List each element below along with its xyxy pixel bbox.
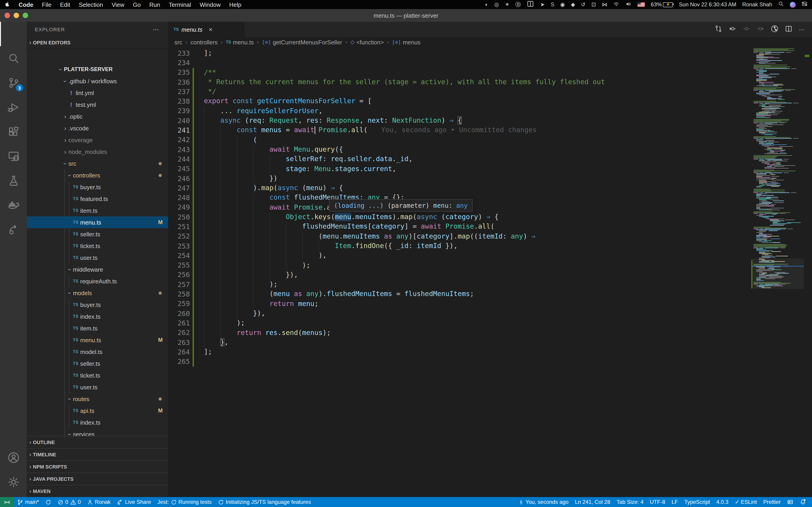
tree-item-index.ts[interactable]: TSindex.ts: [27, 416, 168, 428]
tree-item-ticket.ts[interactable]: TSticket.ts: [27, 240, 168, 252]
tree-item-coverage[interactable]: ›coverage: [27, 134, 168, 146]
code-line-248[interactable]: 248 const flushedMenuItems: any = {};: [168, 193, 812, 203]
s-app-status-icon[interactable]: Ѕ: [551, 1, 554, 8]
code-line-259[interactable]: 259 return menu;: [168, 299, 812, 309]
volume-status-icon[interactable]: [625, 1, 632, 8]
editor-action-prev-change[interactable]: [729, 25, 736, 34]
status-tab-size[interactable]: Tab Size: 4: [614, 499, 647, 505]
tree-item-menu.ts[interactable]: TSmenu.tsM: [27, 334, 168, 346]
tree-item-seller.ts[interactable]: TSseller.ts: [27, 357, 168, 370]
input-source-flag-icon[interactable]: [638, 2, 645, 7]
editor-content[interactable]: 233];234235/**236 * Returns the current …: [168, 47, 812, 497]
breadcrumb-menus[interactable]: [⊘]menus: [392, 39, 420, 46]
tree-item-middleware[interactable]: ›middleware: [27, 264, 168, 275]
window-controls[interactable]: [0, 13, 28, 18]
window-title-bar[interactable]: menu.ts — platter-server: [0, 9, 812, 22]
activity-bar-live-share[interactable]: [0, 217, 27, 242]
tree-item-models[interactable]: ›models: [27, 287, 168, 299]
tree-item-lint.yml[interactable]: !lint.yml: [27, 87, 168, 99]
status-sync[interactable]: [42, 497, 54, 507]
tree-item-ticket.ts[interactable]: TSticket.ts: [27, 370, 168, 381]
editor-action-next-change[interactable]: [757, 25, 764, 34]
macos-menu-edit[interactable]: Edit: [60, 1, 70, 8]
remote-indicator[interactable]: ><: [0, 497, 14, 507]
code-line-252[interactable]: 252 (menu.menuItems as any)[category].ma…: [168, 232, 812, 241]
status-eol[interactable]: LF: [668, 499, 681, 505]
tree-item-item.ts[interactable]: TSitem.ts: [27, 322, 168, 334]
macos-menu-window[interactable]: Window: [200, 1, 221, 8]
activity-bar-testing[interactable]: [0, 168, 27, 193]
status-jest[interactable]: Jest: Running tests: [154, 497, 215, 507]
breadcrumb-menu-ts[interactable]: TSmenu.ts: [226, 39, 254, 46]
tree-item-user.ts[interactable]: TSuser.ts: [27, 252, 168, 264]
tree-item-.github-workflows[interactable]: ›.github / workflows: [27, 75, 168, 87]
code-line-240[interactable]: 240 async (req: Request, res: Response, …: [168, 116, 812, 126]
editor-action-gitlens[interactable]: [771, 25, 778, 34]
section-java-projects[interactable]: ›JAVA PROJECTS: [27, 472, 168, 485]
code-line-257[interactable]: 257 );: [168, 280, 812, 289]
tree-item-user.ts[interactable]: TSuser.ts: [27, 381, 168, 393]
code-line-244[interactable]: 244 sellerRef: req.seller.data._id,: [168, 155, 812, 164]
tree-item-.optic[interactable]: ›.optic: [27, 110, 168, 122]
code-line-237[interactable]: 237 */: [168, 87, 812, 97]
section-timeline[interactable]: ›TIMELINE: [27, 448, 168, 460]
status-eslint[interactable]: ✓ ESLint: [731, 499, 760, 505]
tree-item-requireauth.ts[interactable]: TSrequireAuth.ts: [27, 275, 168, 287]
record-status-icon[interactable]: ◎: [494, 1, 499, 8]
section-maven[interactable]: ›MAVEN: [27, 485, 168, 497]
code-line-245[interactable]: 245 stage: Menu.stages.current,: [168, 164, 812, 174]
tree-item-routes[interactable]: ›routes: [27, 393, 168, 405]
code-line-265[interactable]: 265: [168, 357, 812, 367]
code-line-247[interactable]: 247 ).map(async (menu) ⇒ {: [168, 183, 812, 193]
control-center-icon[interactable]: [802, 1, 807, 8]
status-feedback[interactable]: [784, 499, 797, 505]
sidebar-more-actions[interactable]: ⋯: [153, 26, 160, 33]
code-line-241[interactable]: 241 const menus = await Promise.all(You,…: [168, 126, 812, 135]
bluetooth-status-icon[interactable]: ⋈: [602, 1, 607, 8]
activity-bar-run-debug[interactable]: [0, 95, 27, 119]
status-problems[interactable]: 00: [54, 497, 84, 507]
bcam-status-icon[interactable]: Ⓑ: [515, 1, 521, 8]
status-language[interactable]: TypeScript: [681, 499, 713, 505]
split-status-icon[interactable]: [527, 0, 535, 9]
breadcrumb-src[interactable]: src: [174, 39, 183, 46]
tree-item-index.ts[interactable]: TSindex.ts: [27, 311, 168, 322]
activity-bar-search[interactable]: [0, 46, 27, 71]
code-line-263[interactable]: 263 },: [168, 338, 812, 347]
status-encoding[interactable]: UTF-8: [647, 499, 668, 505]
tree-item-featured.ts[interactable]: TSfeatured.ts: [27, 193, 168, 205]
code-line-255[interactable]: 255 );: [168, 261, 812, 270]
timemachine-status-icon[interactable]: ↺: [581, 1, 586, 8]
activity-bar-docker[interactable]: [0, 193, 27, 217]
tree-item-node-modules[interactable]: ›node_modules: [27, 146, 168, 158]
activity-bar-remote-explorer[interactable]: [0, 144, 27, 168]
editor-action-split[interactable]: [785, 25, 793, 34]
wifi-status-icon[interactable]: [613, 1, 619, 8]
code-line-254[interactable]: 254 ),: [168, 251, 812, 261]
display-status-icon[interactable]: ⊡: [591, 1, 596, 8]
asterisk-status-icon[interactable]: ✶: [505, 1, 509, 8]
status-branch[interactable]: main*: [14, 497, 42, 507]
macos-menu-code[interactable]: Code: [18, 1, 33, 8]
code-line-250[interactable]: 250 Object.keys(menu.menuItems).map(asyn…: [168, 212, 812, 222]
status-user[interactable]: Ronak: [84, 497, 114, 507]
tree-item-.vscode[interactable]: ›.vscode: [27, 122, 168, 134]
apple-menu[interactable]: [5, 1, 10, 8]
bell-app-status-icon[interactable]: ◆: [571, 1, 575, 8]
code-line-243[interactable]: 243 await Menu.query({: [168, 145, 812, 155]
code-line-264[interactable]: 264];: [168, 347, 812, 357]
code-line-242[interactable]: 242 (: [168, 135, 812, 145]
breadcrumb--lt-function-gt-[interactable]: ◇<function>: [350, 39, 384, 46]
siri-icon[interactable]: [790, 2, 796, 7]
code-line-260[interactable]: 260 }),: [168, 309, 812, 319]
code-line-246[interactable]: 246 }): [168, 174, 812, 183]
macos-menu-file[interactable]: File: [42, 1, 51, 8]
code-pane[interactable]: 233];234235/**236 * Returns the current …: [168, 47, 812, 497]
macos-menu-help[interactable]: Help: [229, 1, 242, 8]
battery-indicator[interactable]: 63%⚡: [651, 1, 673, 8]
tab-close-icon[interactable]: ×: [209, 26, 212, 33]
tree-item-item.ts[interactable]: TSitem.ts: [27, 205, 168, 216]
code-line-235[interactable]: 235/**: [168, 68, 812, 77]
code-line-262[interactable]: 262 return res.send(menus);: [168, 328, 812, 338]
code-line-249[interactable]: 249 await Promise.all(: [168, 203, 812, 213]
